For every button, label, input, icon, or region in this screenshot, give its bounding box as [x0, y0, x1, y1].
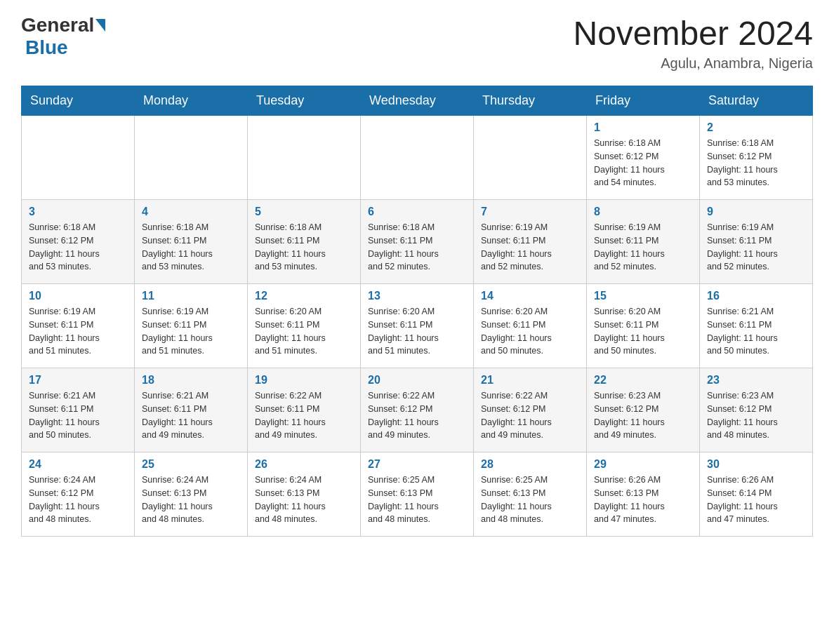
day-info: Sunrise: 6:21 AM Sunset: 6:11 PM Dayligh… [142, 389, 240, 442]
day-number: 14 [481, 290, 579, 302]
location: Agulu, Anambra, Nigeria [573, 55, 813, 72]
calendar-cell: 12Sunrise: 6:20 AM Sunset: 6:11 PM Dayli… [248, 284, 361, 368]
logo-arrow-icon [95, 19, 105, 32]
title-block: November 2024 Agulu, Anambra, Nigeria [573, 14, 813, 72]
calendar-cell: 6Sunrise: 6:18 AM Sunset: 6:11 PM Daylig… [361, 200, 474, 284]
day-number: 3 [29, 206, 127, 218]
weekday-header-sunday: Sunday [22, 86, 135, 116]
day-number: 15 [594, 290, 692, 302]
weekday-header-monday: Monday [135, 86, 248, 116]
calendar-cell [474, 116, 587, 200]
day-info: Sunrise: 6:21 AM Sunset: 6:11 PM Dayligh… [707, 305, 805, 358]
day-number: 28 [481, 458, 579, 471]
day-number: 5 [255, 206, 353, 218]
calendar-week-row: 1Sunrise: 6:18 AM Sunset: 6:12 PM Daylig… [22, 116, 813, 200]
day-info: Sunrise: 6:23 AM Sunset: 6:12 PM Dayligh… [594, 389, 692, 442]
calendar-cell [248, 116, 361, 200]
day-info: Sunrise: 6:25 AM Sunset: 6:13 PM Dayligh… [481, 474, 579, 526]
calendar-cell: 9Sunrise: 6:19 AM Sunset: 6:11 PM Daylig… [700, 200, 813, 284]
calendar-cell: 17Sunrise: 6:21 AM Sunset: 6:11 PM Dayli… [22, 368, 135, 452]
calendar-cell: 1Sunrise: 6:18 AM Sunset: 6:12 PM Daylig… [587, 116, 700, 200]
calendar-cell [22, 116, 135, 200]
calendar-cell: 28Sunrise: 6:25 AM Sunset: 6:13 PM Dayli… [474, 452, 587, 537]
day-info: Sunrise: 6:18 AM Sunset: 6:11 PM Dayligh… [142, 221, 240, 274]
calendar-cell: 26Sunrise: 6:24 AM Sunset: 6:13 PM Dayli… [248, 452, 361, 537]
calendar-cell: 29Sunrise: 6:26 AM Sunset: 6:13 PM Dayli… [587, 452, 700, 537]
day-info: Sunrise: 6:18 AM Sunset: 6:11 PM Dayligh… [255, 221, 353, 274]
calendar-cell: 11Sunrise: 6:19 AM Sunset: 6:11 PM Dayli… [135, 284, 248, 368]
day-number: 6 [368, 206, 466, 218]
calendar-cell: 14Sunrise: 6:20 AM Sunset: 6:11 PM Dayli… [474, 284, 587, 368]
calendar-cell: 3Sunrise: 6:18 AM Sunset: 6:12 PM Daylig… [22, 200, 135, 284]
day-info: Sunrise: 6:19 AM Sunset: 6:11 PM Dayligh… [707, 221, 805, 274]
calendar-cell: 19Sunrise: 6:22 AM Sunset: 6:11 PM Dayli… [248, 368, 361, 452]
logo-blue-text: Blue [25, 36, 68, 58]
weekday-header-thursday: Thursday [474, 86, 587, 116]
day-number: 21 [481, 374, 579, 387]
calendar-cell: 27Sunrise: 6:25 AM Sunset: 6:13 PM Dayli… [361, 452, 474, 537]
calendar-week-row: 24Sunrise: 6:24 AM Sunset: 6:12 PM Dayli… [22, 452, 813, 537]
calendar-cell: 5Sunrise: 6:18 AM Sunset: 6:11 PM Daylig… [248, 200, 361, 284]
day-number: 20 [368, 374, 466, 387]
day-number: 19 [255, 374, 353, 387]
day-info: Sunrise: 6:18 AM Sunset: 6:12 PM Dayligh… [594, 137, 692, 189]
day-number: 30 [707, 458, 805, 471]
calendar-cell [135, 116, 248, 200]
day-number: 26 [255, 458, 353, 471]
day-number: 29 [594, 458, 692, 471]
logo-general-text: General [21, 14, 94, 36]
calendar-week-row: 10Sunrise: 6:19 AM Sunset: 6:11 PM Dayli… [22, 284, 813, 368]
weekday-header-saturday: Saturday [700, 86, 813, 116]
day-info: Sunrise: 6:19 AM Sunset: 6:11 PM Dayligh… [481, 221, 579, 274]
day-info: Sunrise: 6:18 AM Sunset: 6:12 PM Dayligh… [707, 137, 805, 189]
calendar-header-row: SundayMondayTuesdayWednesdayThursdayFrid… [22, 86, 813, 116]
day-info: Sunrise: 6:18 AM Sunset: 6:12 PM Dayligh… [29, 221, 127, 274]
day-number: 2 [707, 121, 805, 134]
day-info: Sunrise: 6:22 AM Sunset: 6:12 PM Dayligh… [368, 389, 466, 442]
day-number: 12 [255, 290, 353, 302]
calendar-cell: 4Sunrise: 6:18 AM Sunset: 6:11 PM Daylig… [135, 200, 248, 284]
month-title: November 2024 [573, 14, 813, 53]
day-info: Sunrise: 6:20 AM Sunset: 6:11 PM Dayligh… [255, 305, 353, 358]
calendar-cell: 22Sunrise: 6:23 AM Sunset: 6:12 PM Dayli… [587, 368, 700, 452]
day-number: 23 [707, 374, 805, 387]
day-number: 11 [142, 290, 240, 302]
day-info: Sunrise: 6:24 AM Sunset: 6:13 PM Dayligh… [255, 474, 353, 526]
calendar-cell: 13Sunrise: 6:20 AM Sunset: 6:11 PM Dayli… [361, 284, 474, 368]
calendar-cell: 24Sunrise: 6:24 AM Sunset: 6:12 PM Dayli… [22, 452, 135, 537]
day-number: 10 [29, 290, 127, 302]
calendar-cell: 8Sunrise: 6:19 AM Sunset: 6:11 PM Daylig… [587, 200, 700, 284]
calendar-cell: 2Sunrise: 6:18 AM Sunset: 6:12 PM Daylig… [700, 116, 813, 200]
weekday-header-tuesday: Tuesday [248, 86, 361, 116]
logo: General Blue [21, 14, 107, 59]
day-number: 16 [707, 290, 805, 302]
day-info: Sunrise: 6:23 AM Sunset: 6:12 PM Dayligh… [707, 389, 805, 442]
calendar-cell: 23Sunrise: 6:23 AM Sunset: 6:12 PM Dayli… [700, 368, 813, 452]
day-info: Sunrise: 6:22 AM Sunset: 6:11 PM Dayligh… [255, 389, 353, 442]
day-info: Sunrise: 6:26 AM Sunset: 6:14 PM Dayligh… [707, 474, 805, 526]
calendar-cell [361, 116, 474, 200]
calendar-cell: 16Sunrise: 6:21 AM Sunset: 6:11 PM Dayli… [700, 284, 813, 368]
calendar-week-row: 3Sunrise: 6:18 AM Sunset: 6:12 PM Daylig… [22, 200, 813, 284]
day-info: Sunrise: 6:19 AM Sunset: 6:11 PM Dayligh… [594, 221, 692, 274]
calendar-cell: 15Sunrise: 6:20 AM Sunset: 6:11 PM Dayli… [587, 284, 700, 368]
day-number: 27 [368, 458, 466, 471]
calendar-table: SundayMondayTuesdayWednesdayThursdayFrid… [21, 86, 813, 537]
day-info: Sunrise: 6:24 AM Sunset: 6:13 PM Dayligh… [142, 474, 240, 526]
day-info: Sunrise: 6:22 AM Sunset: 6:12 PM Dayligh… [481, 389, 579, 442]
day-number: 18 [142, 374, 240, 387]
day-number: 25 [142, 458, 240, 471]
weekday-header-friday: Friday [587, 86, 700, 116]
weekday-header-wednesday: Wednesday [361, 86, 474, 116]
day-number: 13 [368, 290, 466, 302]
calendar-cell: 21Sunrise: 6:22 AM Sunset: 6:12 PM Dayli… [474, 368, 587, 452]
day-info: Sunrise: 6:20 AM Sunset: 6:11 PM Dayligh… [368, 305, 466, 358]
calendar-cell: 20Sunrise: 6:22 AM Sunset: 6:12 PM Dayli… [361, 368, 474, 452]
page-header: General Blue November 2024 Agulu, Anambr… [21, 14, 813, 72]
day-info: Sunrise: 6:20 AM Sunset: 6:11 PM Dayligh… [594, 305, 692, 358]
day-info: Sunrise: 6:20 AM Sunset: 6:11 PM Dayligh… [481, 305, 579, 358]
calendar-cell: 10Sunrise: 6:19 AM Sunset: 6:11 PM Dayli… [22, 284, 135, 368]
day-info: Sunrise: 6:26 AM Sunset: 6:13 PM Dayligh… [594, 474, 692, 526]
day-number: 1 [594, 121, 692, 134]
day-number: 17 [29, 374, 127, 387]
